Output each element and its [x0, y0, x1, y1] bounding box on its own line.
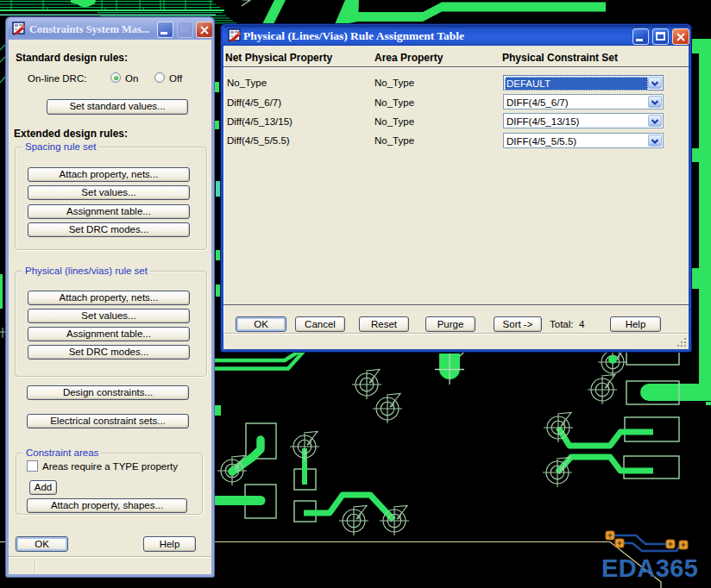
svg-text:EDA365: EDA365: [601, 554, 698, 582]
